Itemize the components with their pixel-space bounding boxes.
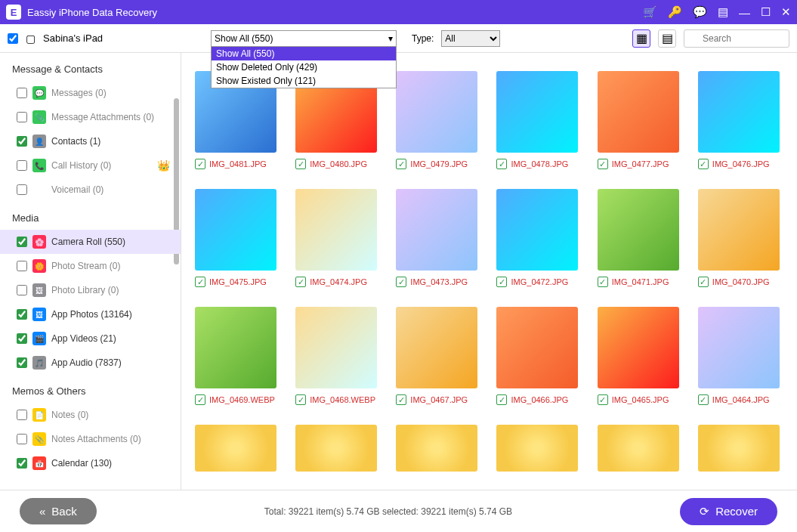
thumbnail[interactable]: ✓IMG_0479.JPG <box>396 71 481 169</box>
thumbnail-checkbox[interactable]: ✓ <box>496 159 507 169</box>
thumbnail-caption: ✓IMG_0480.JPG <box>295 159 381 169</box>
thumbnail[interactable]: ✓IMG_0478.JPG <box>496 71 582 169</box>
sidebar-item[interactable]: 🌸Camera Roll (550) <box>0 230 181 254</box>
filter-option[interactable]: Show Deleted Only (429) <box>212 60 396 74</box>
thumbnail-checkbox[interactable]: ✓ <box>396 159 406 169</box>
thumbnail-checkbox[interactable]: ✓ <box>698 159 709 169</box>
thumbnail-checkbox[interactable]: ✓ <box>396 277 406 287</box>
sidebar-item[interactable]: 📅Calendar (130) <box>0 451 181 475</box>
sidebar-item-checkbox[interactable] <box>17 88 27 98</box>
thumbnail[interactable]: ✓IMG_0477.JPG <box>598 71 683 169</box>
sidebar-item[interactable]: 💬Messages (0) <box>0 81 181 105</box>
thumbnail-checkbox[interactable]: ✓ <box>598 277 608 287</box>
sidebar-item-checkbox[interactable] <box>17 285 27 295</box>
thumbnail-image <box>598 307 679 388</box>
sidebar-item[interactable]: 🎵App Audio (7837) <box>0 351 181 375</box>
thumbnail[interactable] <box>195 425 280 472</box>
chevron-down-icon: ▾ <box>388 33 393 44</box>
thumbnail-checkbox[interactable]: ✓ <box>295 277 306 287</box>
thumbnail[interactable]: ✓IMG_0466.JPG <box>496 307 582 405</box>
filter-option[interactable]: Show Existed Only (121) <box>212 74 396 88</box>
sidebar-item-checkbox[interactable] <box>17 309 27 320</box>
sidebar-item-checkbox[interactable] <box>17 112 27 122</box>
filter-option[interactable]: Show All (550) <box>212 47 396 60</box>
window-controls: 🛒 🔑 💬 ▤ — ☐ ✕ <box>643 5 791 19</box>
thumbnail-checkbox[interactable]: ✓ <box>195 277 205 287</box>
thumbnail[interactable]: ✓IMG_0471.JPG <box>598 189 683 287</box>
sidebar-item[interactable]: 🌼Photo Stream (0) <box>0 254 181 278</box>
sidebar-item-checkbox[interactable] <box>17 184 27 195</box>
sidebar-item[interactable]: 🎙Voicemail (0) <box>0 178 181 202</box>
thumbnail[interactable]: ✓IMG_0467.JPG <box>396 307 481 405</box>
chat-icon[interactable]: 💬 <box>693 5 707 19</box>
type-select[interactable]: All <box>441 30 500 47</box>
sidebar-item[interactable]: 🖼App Photos (13164) <box>0 302 181 326</box>
cart-icon[interactable]: 🛒 <box>643 5 657 19</box>
thumbnail-filename: IMG_0478.JPG <box>511 159 568 169</box>
grid-view-button[interactable]: ▦ <box>632 29 650 48</box>
maximize-icon[interactable]: ☐ <box>761 5 771 19</box>
thumbnail-checkbox[interactable]: ✓ <box>295 394 306 405</box>
thumbnail-checkbox[interactable]: ✓ <box>195 394 205 405</box>
sidebar-item-checkbox[interactable] <box>17 410 27 420</box>
sidebar-item[interactable]: 📄Notes (0) <box>0 403 181 427</box>
minimize-icon[interactable]: — <box>739 6 750 19</box>
thumbnail-checkbox[interactable]: ✓ <box>698 394 709 405</box>
recover-button[interactable]: ⟳ Recover <box>680 498 777 525</box>
thumbnail[interactable]: ✓IMG_0472.JPG <box>496 189 582 287</box>
thumbnail-caption: ✓IMG_0468.WEBP <box>295 394 381 405</box>
thumbnail-checkbox[interactable]: ✓ <box>295 159 306 169</box>
sidebar-item-checkbox[interactable] <box>17 261 27 271</box>
thumbnail[interactable]: ✓IMG_0476.JPG <box>698 71 783 169</box>
thumbnail[interactable]: ✓IMG_0468.WEBP <box>295 307 381 405</box>
thumbnail[interactable]: ✓IMG_0464.JPG <box>698 307 783 405</box>
sidebar-item[interactable]: 📎Notes Attachments (0) <box>0 427 181 451</box>
sidebar-item[interactable]: 🎬App Videos (21) <box>0 326 181 351</box>
thumbnail-checkbox[interactable]: ✓ <box>496 394 507 405</box>
sidebar-item-checkbox[interactable] <box>17 333 27 344</box>
sidebar-item[interactable]: 📎Message Attachments (0) <box>0 105 181 129</box>
sidebar-item-checkbox[interactable] <box>17 136 27 147</box>
thumbnail[interactable] <box>496 425 582 472</box>
thumbnail[interactable]: ✓IMG_0465.JPG <box>598 307 683 405</box>
filter-select[interactable]: Show All (550) ▾ <box>211 30 397 47</box>
thumbnail-checkbox[interactable]: ✓ <box>598 394 608 405</box>
thumbnail[interactable] <box>698 425 783 472</box>
thumbnail-checkbox[interactable]: ✓ <box>598 159 608 169</box>
category-icon: 🌸 <box>32 235 46 249</box>
device-checkbox[interactable] <box>8 33 18 44</box>
thumbnail-caption: ✓IMG_0472.JPG <box>496 277 582 287</box>
sidebar-item-checkbox[interactable] <box>17 237 27 247</box>
sidebar-item-checkbox[interactable] <box>17 160 27 171</box>
thumbnail-caption: ✓IMG_0471.JPG <box>598 277 683 287</box>
thumbnail[interactable]: ✓IMG_0469.WEBP <box>195 307 280 405</box>
thumbnail[interactable]: ✓IMG_0473.JPG <box>396 189 481 287</box>
thumbnail-checkbox[interactable]: ✓ <box>396 394 406 405</box>
thumbnail[interactable] <box>598 425 683 472</box>
back-button[interactable]: « Back <box>20 498 97 524</box>
thumbnail-checkbox[interactable]: ✓ <box>496 277 507 287</box>
sidebar-item-checkbox[interactable] <box>17 458 27 469</box>
thumbnail-checkbox[interactable]: ✓ <box>195 159 205 169</box>
thumbnail[interactable]: ✓IMG_0475.JPG <box>195 189 280 287</box>
sidebar-item[interactable]: 🖼Photo Library (0) <box>0 278 181 302</box>
sidebar-item-checkbox[interactable] <box>17 357 27 368</box>
close-icon[interactable]: ✕ <box>781 5 791 19</box>
sidebar-item-label: Photo Library (0) <box>51 285 119 295</box>
search-input[interactable] <box>684 29 789 48</box>
list-view-button[interactable]: ▤ <box>658 29 676 48</box>
thumbnail[interactable]: ✓IMG_0470.JPG <box>698 189 783 287</box>
sidebar-item[interactable]: 📞Call History (0)👑 <box>0 153 181 178</box>
crown-icon: 👑 <box>157 159 170 172</box>
key-icon[interactable]: 🔑 <box>668 5 682 19</box>
thumbnail[interactable] <box>396 425 481 472</box>
thumbnail-checkbox[interactable]: ✓ <box>698 277 709 287</box>
thumbnail-caption: ✓IMG_0478.JPG <box>496 159 582 169</box>
feedback-icon[interactable]: ▤ <box>718 5 728 19</box>
sidebar-item-label: App Videos (21) <box>51 333 116 344</box>
thumbnail[interactable] <box>295 425 381 472</box>
thumbnail[interactable]: ✓IMG_0474.JPG <box>295 189 381 287</box>
sidebar-item[interactable]: 👤Contacts (1) <box>0 129 181 153</box>
sidebar-item-checkbox[interactable] <box>17 434 27 444</box>
thumbnail-caption: ✓IMG_0475.JPG <box>195 277 280 287</box>
